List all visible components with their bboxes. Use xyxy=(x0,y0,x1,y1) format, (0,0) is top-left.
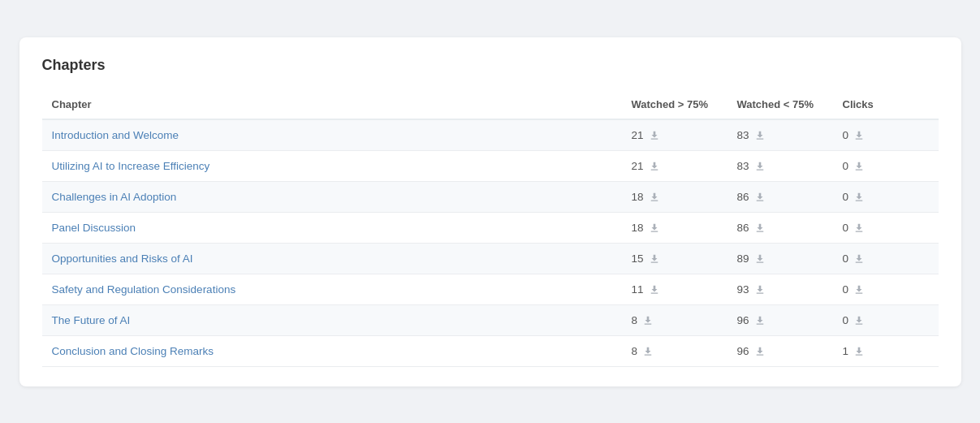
watched-lt-value: 86 xyxy=(727,212,833,243)
watched-lt-value: 89 xyxy=(727,243,833,274)
clicks-value: 0 xyxy=(833,243,939,274)
watched-lt-value: 93 xyxy=(727,274,833,304)
svg-rect-16 xyxy=(756,292,763,293)
table-header-row: Chapter Watched > 75% Watched < 75% Clic… xyxy=(42,90,939,119)
col-header-chapter: Chapter xyxy=(42,90,622,119)
watched-lt-value: 86 xyxy=(727,181,833,212)
download-icon[interactable] xyxy=(754,129,766,140)
watched-lt-value: 96 xyxy=(727,335,833,366)
svg-rect-4 xyxy=(756,169,763,170)
svg-rect-9 xyxy=(650,231,658,231)
chapters-card: Chapters Chapter Watched > 75% Watched <… xyxy=(19,37,961,386)
svg-rect-23 xyxy=(856,354,863,355)
download-icon[interactable] xyxy=(853,345,865,356)
table-row: Utilizing AI to Increase Efficiency21 83… xyxy=(42,150,939,181)
watched-gt-value: 8 xyxy=(622,304,727,335)
download-icon[interactable] xyxy=(754,191,766,202)
chapter-name[interactable]: Opportunities and Risks of AI xyxy=(42,243,622,274)
watched-gt-value: 21 xyxy=(622,119,727,151)
svg-rect-7 xyxy=(756,200,763,201)
svg-rect-2 xyxy=(856,138,863,139)
col-header-clicks: Clicks xyxy=(833,90,939,119)
download-icon[interactable] xyxy=(754,283,766,295)
clicks-value: 1 xyxy=(833,335,939,366)
chapter-name: Conclusion and Closing Remarks xyxy=(42,335,622,366)
svg-rect-19 xyxy=(756,323,763,324)
download-icon[interactable] xyxy=(754,314,766,326)
download-icon[interactable] xyxy=(853,160,865,171)
svg-rect-6 xyxy=(650,200,658,201)
download-icon[interactable] xyxy=(649,222,660,233)
svg-rect-22 xyxy=(756,354,763,355)
clicks-value: 0 xyxy=(833,150,939,181)
svg-rect-13 xyxy=(756,261,763,262)
chapter-name: Panel Discussion xyxy=(42,212,622,243)
table-row: Conclusion and Closing Remarks8 96 1 xyxy=(42,335,939,366)
chapter-name[interactable]: Introduction and Welcome xyxy=(42,119,622,151)
chapter-name: Safety and Regulation Considerations xyxy=(42,274,622,304)
download-icon[interactable] xyxy=(754,222,766,233)
download-icon[interactable] xyxy=(649,253,660,264)
chapter-name[interactable]: The Future of AI xyxy=(42,304,622,335)
chapters-table: Chapter Watched > 75% Watched < 75% Clic… xyxy=(42,90,939,367)
download-icon[interactable] xyxy=(853,283,865,295)
col-header-watched-gt: Watched > 75% xyxy=(622,90,727,119)
svg-rect-8 xyxy=(856,200,863,201)
chapter-name[interactable]: Utilizing AI to Increase Efficiency xyxy=(42,150,622,181)
watched-gt-value: 15 xyxy=(622,243,727,274)
svg-rect-18 xyxy=(645,323,652,324)
clicks-value: 0 xyxy=(833,119,939,151)
download-icon[interactable] xyxy=(649,160,660,171)
watched-gt-value: 18 xyxy=(622,181,727,212)
table-row: Safety and Regulation Considerations11 9… xyxy=(42,274,939,304)
download-icon[interactable] xyxy=(642,314,654,326)
svg-rect-10 xyxy=(756,231,763,231)
watched-lt-value: 96 xyxy=(727,304,833,335)
download-icon[interactable] xyxy=(853,253,865,264)
clicks-value: 0 xyxy=(833,212,939,243)
svg-rect-14 xyxy=(856,261,863,262)
watched-gt-value: 8 xyxy=(622,335,727,366)
svg-rect-17 xyxy=(856,292,863,293)
svg-rect-12 xyxy=(650,261,658,262)
clicks-value: 0 xyxy=(833,274,939,304)
download-icon[interactable] xyxy=(649,191,660,202)
svg-rect-21 xyxy=(645,354,652,355)
download-icon[interactable] xyxy=(853,222,865,233)
watched-lt-value: 83 xyxy=(727,150,833,181)
svg-rect-3 xyxy=(650,169,658,170)
svg-rect-15 xyxy=(650,292,658,293)
watched-gt-value: 21 xyxy=(622,150,727,181)
clicks-value: 0 xyxy=(833,181,939,212)
download-icon[interactable] xyxy=(853,314,865,326)
download-icon[interactable] xyxy=(642,345,654,356)
clicks-value: 0 xyxy=(833,304,939,335)
svg-rect-5 xyxy=(856,169,863,170)
download-icon[interactable] xyxy=(754,345,766,356)
download-icon[interactable] xyxy=(754,160,766,171)
svg-rect-0 xyxy=(650,138,658,139)
download-icon[interactable] xyxy=(754,253,766,264)
table-row: Panel Discussion18 86 0 xyxy=(42,212,939,243)
download-icon[interactable] xyxy=(853,191,865,202)
table-row: Introduction and Welcome21 83 0 xyxy=(42,119,939,151)
table-row: Opportunities and Risks of AI15 89 0 xyxy=(42,243,939,274)
chapter-name[interactable]: Challenges in AI Adoption xyxy=(42,181,622,212)
download-icon[interactable] xyxy=(853,129,865,140)
svg-rect-11 xyxy=(856,231,863,231)
table-row: Challenges in AI Adoption18 86 0 xyxy=(42,181,939,212)
download-icon[interactable] xyxy=(649,283,660,295)
col-header-watched-lt: Watched < 75% xyxy=(727,90,833,119)
watched-gt-value: 11 xyxy=(622,274,727,304)
watched-gt-value: 18 xyxy=(622,212,727,243)
watched-lt-value: 83 xyxy=(727,119,833,151)
svg-rect-1 xyxy=(756,138,763,139)
svg-rect-20 xyxy=(856,323,863,324)
card-title: Chapters xyxy=(42,57,939,74)
download-icon[interactable] xyxy=(649,129,660,140)
table-row: The Future of AI8 96 0 xyxy=(42,304,939,335)
